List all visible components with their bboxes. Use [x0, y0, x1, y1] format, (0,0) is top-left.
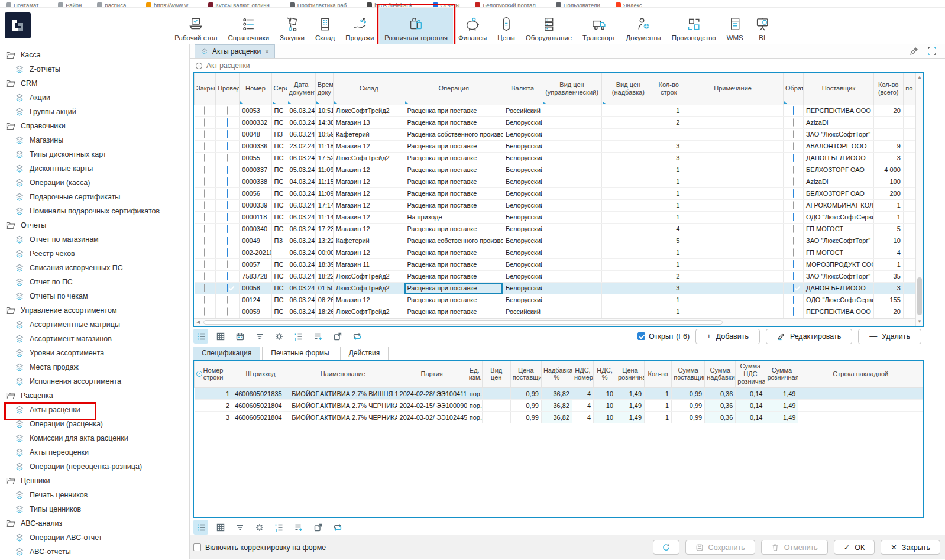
table-cell[interactable]: Белорусский [503, 211, 542, 223]
table-cell[interactable]: 1 [645, 412, 672, 423]
table-row[interactable]: 0000332ПС06.03.2414:38Магазин 13Расценка… [195, 116, 915, 128]
table-cell[interactable]: Расценка при поставке [404, 223, 503, 235]
column-header[interactable]: Кол-во (всего) [873, 73, 903, 105]
table-cell[interactable]: 13:22 [315, 235, 333, 247]
external-icon[interactable] [310, 520, 325, 535]
table-cell[interactable]: 0000332 [240, 116, 271, 128]
sidebar-item-ассортиментные-матрицы[interactable]: Ассортиментные матрицы [0, 318, 189, 332]
table-cell[interactable]: Белорусский [503, 294, 542, 306]
table-cell[interactable] [903, 235, 915, 247]
table-cell[interactable] [783, 211, 803, 223]
table-cell[interactable]: ПС [271, 282, 287, 294]
refresh-icon[interactable] [330, 520, 345, 535]
table-row[interactable]: 0000118ПС06.03.2411:14Магазин 12На прихо… [195, 211, 915, 223]
table-cell[interactable] [903, 282, 915, 294]
column-header[interactable]: Цена розничная [616, 361, 645, 388]
table-row[interactable]: 00055ПС06.03.2417:52ЛюксСофтТрейд2Расцен… [195, 152, 915, 164]
table-row[interactable]: 0000339ПС06.03.2417:14Магазин 12Расценка… [195, 199, 915, 211]
table-cell[interactable] [542, 152, 601, 164]
table-cell[interactable]: ПЕРСПЕКТИВА ООО [804, 306, 873, 318]
table-cell[interactable] [542, 247, 601, 258]
row-checkbox[interactable] [793, 118, 794, 127]
table-cell[interactable] [798, 412, 923, 423]
table-cell[interactable]: МОРОЗПРОДУКТ СООО [804, 258, 873, 270]
column-header[interactable]: Партия [397, 361, 467, 388]
sort-order-icon[interactable] [196, 370, 203, 377]
table-cell[interactable] [655, 128, 682, 140]
table-cell[interactable] [601, 247, 655, 258]
table-cell[interactable] [903, 140, 915, 152]
sidebar-item-управление-ассортиментом[interactable]: Управление ассортиментом [0, 303, 189, 318]
table-cell[interactable]: 1,49 [616, 412, 645, 423]
table-cell[interactable] [601, 223, 655, 235]
table-cell[interactable]: 2024-02-28/ ЭЭ1004113/ , [397, 388, 467, 400]
table-cell[interactable]: 3 [655, 282, 682, 294]
table-cell[interactable] [601, 140, 655, 152]
table-cell[interactable]: 36,82 [541, 388, 572, 400]
table-cell[interactable]: ЗАО "ЛюксСофтТорг" [804, 235, 873, 247]
table-cell[interactable] [601, 176, 655, 187]
table-cell[interactable] [216, 247, 240, 258]
table-cell[interactable] [482, 388, 510, 400]
sidebar-item-z-отчеты[interactable]: Z-отчеты [0, 62, 189, 76]
addlist-icon[interactable] [310, 329, 325, 344]
table-cell[interactable] [783, 223, 803, 235]
row-checkbox[interactable] [204, 307, 205, 316]
table-cell[interactable]: 06.03.24 [287, 282, 315, 294]
table-cell[interactable]: ПЕРСПЕКТИВА ООО [804, 105, 873, 116]
row-checkbox[interactable] [204, 284, 205, 292]
table-cell[interactable]: 0000337 [240, 164, 271, 176]
sidebar-item-магазины[interactable]: Магазины [0, 133, 189, 147]
row-checkbox[interactable] [204, 201, 205, 209]
table-cell[interactable]: Белорусский [503, 176, 542, 187]
table-cell[interactable]: 5 [655, 235, 682, 247]
row-checkbox[interactable] [204, 106, 205, 115]
module-sales[interactable]: Продажи [340, 8, 379, 44]
table-cell[interactable] [903, 223, 915, 235]
table-cell[interactable]: Магазин 12 [333, 199, 404, 211]
table-cell[interactable]: 1 [195, 388, 232, 400]
row-checkbox[interactable] [204, 213, 205, 221]
table-cell[interactable] [601, 211, 655, 223]
table-cell[interactable] [682, 270, 784, 282]
table-row[interactable]: 0000336ПС23.02.2411:18Магазин 12Расценка… [195, 140, 915, 152]
table-cell[interactable] [216, 270, 240, 282]
table-cell[interactable]: Расценка при поставке [404, 105, 503, 116]
table-row[interactable]: 002-2021006.03.2400:00Магазин 12Расценка… [195, 247, 915, 258]
table-cell[interactable] [682, 211, 784, 223]
table-cell[interactable]: 0000118 [240, 211, 271, 223]
column-header[interactable]: Кол-во [645, 361, 672, 388]
list-icon[interactable] [193, 520, 208, 535]
row-checkbox[interactable] [227, 272, 228, 280]
table-cell[interactable] [195, 211, 216, 223]
bookmark-item[interactable]: Курсы валют, отличн... [208, 2, 274, 8]
table-cell[interactable]: ДАНОН БЕЛ ИООО [804, 152, 873, 164]
column-header[interactable]: Цена поставщика [510, 361, 541, 388]
table-cell[interactable] [783, 105, 803, 116]
table-cell[interactable]: 06.03.24 [287, 306, 315, 318]
column-header[interactable]: Вид цен (управленческий) [542, 73, 601, 105]
table-cell[interactable]: Кафетерий [333, 128, 404, 140]
table-cell[interactable] [682, 128, 784, 140]
delete-button[interactable]: — Удалить [858, 329, 921, 344]
table-cell[interactable] [783, 258, 803, 270]
row-checkbox[interactable] [204, 237, 205, 245]
table-cell[interactable] [783, 176, 803, 187]
table-cell[interactable] [542, 164, 601, 176]
table-cell[interactable]: 1,49 [765, 388, 798, 400]
table-cell[interactable]: ПС [271, 116, 287, 128]
table-row[interactable]: 24600605021804БИОЙОГ.АКТИВИА 2.7% ЧЕРНИК… [195, 400, 923, 412]
table-cell[interactable] [216, 223, 240, 235]
column-header[interactable]: Наименование [289, 361, 397, 388]
table-cell[interactable]: Белорусский [503, 116, 542, 128]
table-row[interactable]: 00124ПС06.03.2408:26Магазин 12Расценка п… [195, 294, 915, 306]
table-cell[interactable] [542, 235, 601, 247]
table-cell[interactable]: Магазин 12 [333, 164, 404, 176]
sidebar-item-операции-расценка-[interactable]: Операции (расценка) [0, 417, 189, 431]
table-cell[interactable] [601, 105, 655, 116]
table-cell[interactable] [195, 247, 216, 258]
table-cell[interactable]: ЗАО "ЛюксСофтТорг" [804, 128, 873, 140]
fullscreen-icon[interactable] [927, 46, 937, 56]
table-cell[interactable]: Расценка при поставке [404, 258, 503, 270]
table-cell[interactable]: 4 [655, 223, 682, 235]
